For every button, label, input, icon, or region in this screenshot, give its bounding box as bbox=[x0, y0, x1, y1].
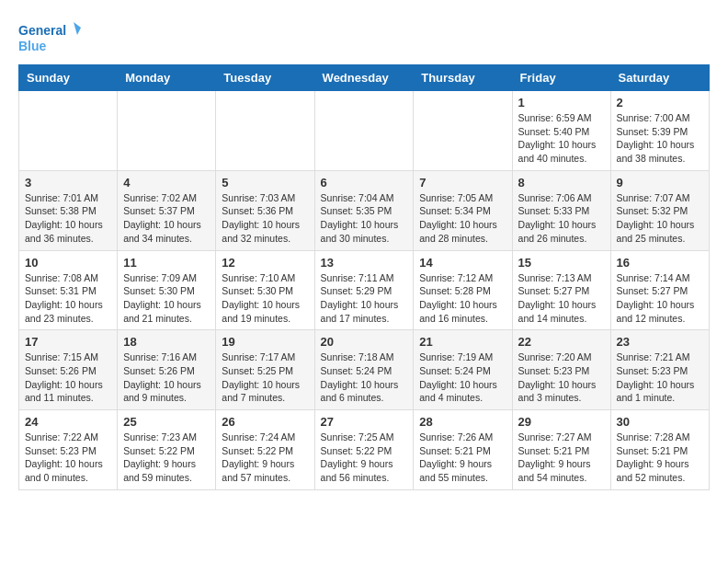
day-info: Sunrise: 7:27 AM Sunset: 5:21 PM Dayligh… bbox=[518, 431, 605, 485]
calendar-week-1: 1Sunrise: 6:59 AM Sunset: 5:40 PM Daylig… bbox=[19, 91, 710, 171]
day-number: 3 bbox=[25, 176, 111, 190]
day-number: 2 bbox=[617, 96, 703, 109]
day-number: 13 bbox=[321, 256, 408, 270]
calendar-week-3: 10Sunrise: 7:08 AM Sunset: 5:31 PM Dayli… bbox=[19, 250, 710, 330]
calendar-cell: 14Sunrise: 7:12 AM Sunset: 5:28 PM Dayli… bbox=[414, 250, 512, 330]
calendar-cell: 30Sunrise: 7:28 AM Sunset: 5:21 PM Dayli… bbox=[610, 410, 709, 490]
calendar-cell: 11Sunrise: 7:09 AM Sunset: 5:30 PM Dayli… bbox=[118, 250, 216, 330]
day-number: 17 bbox=[25, 335, 111, 349]
day-number: 24 bbox=[25, 415, 111, 429]
day-info: Sunrise: 7:04 AM Sunset: 5:35 PM Dayligh… bbox=[321, 191, 408, 246]
day-number: 27 bbox=[321, 415, 408, 429]
calendar-cell: 19Sunrise: 7:17 AM Sunset: 5:25 PM Dayli… bbox=[216, 330, 314, 410]
svg-text:General: General bbox=[18, 23, 66, 38]
day-number: 22 bbox=[518, 335, 605, 349]
day-number: 7 bbox=[419, 176, 506, 190]
day-number: 16 bbox=[617, 256, 703, 270]
weekday-header-friday: Friday bbox=[512, 65, 610, 91]
calendar-cell: 4Sunrise: 7:02 AM Sunset: 5:37 PM Daylig… bbox=[118, 170, 216, 250]
calendar-cell: 8Sunrise: 7:06 AM Sunset: 5:33 PM Daylig… bbox=[512, 170, 610, 250]
calendar-cell: 3Sunrise: 7:01 AM Sunset: 5:38 PM Daylig… bbox=[19, 170, 118, 250]
day-info: Sunrise: 7:11 AM Sunset: 5:29 PM Dayligh… bbox=[321, 271, 408, 326]
calendar-week-4: 17Sunrise: 7:15 AM Sunset: 5:26 PM Dayli… bbox=[19, 330, 710, 410]
day-info: Sunrise: 7:01 AM Sunset: 5:38 PM Dayligh… bbox=[25, 191, 111, 246]
calendar-cell: 21Sunrise: 7:19 AM Sunset: 5:24 PM Dayli… bbox=[414, 330, 512, 410]
svg-text:Blue: Blue bbox=[18, 39, 47, 53]
day-info: Sunrise: 7:02 AM Sunset: 5:37 PM Dayligh… bbox=[123, 191, 210, 246]
calendar-cell: 7Sunrise: 7:05 AM Sunset: 5:34 PM Daylig… bbox=[414, 170, 512, 250]
day-number: 12 bbox=[222, 256, 308, 270]
day-info: Sunrise: 7:20 AM Sunset: 5:23 PM Dayligh… bbox=[518, 350, 605, 405]
calendar-cell bbox=[118, 91, 216, 171]
logo: General Blue bbox=[18, 18, 83, 55]
svg-marker-3 bbox=[74, 22, 81, 35]
calendar-table: SundayMondayTuesdayWednesdayThursdayFrid… bbox=[18, 64, 710, 490]
calendar-cell: 26Sunrise: 7:24 AM Sunset: 5:22 PM Dayli… bbox=[216, 410, 314, 490]
day-number: 30 bbox=[617, 415, 703, 429]
calendar-cell: 18Sunrise: 7:16 AM Sunset: 5:26 PM Dayli… bbox=[118, 330, 216, 410]
calendar-cell: 12Sunrise: 7:10 AM Sunset: 5:30 PM Dayli… bbox=[216, 250, 314, 330]
day-info: Sunrise: 7:13 AM Sunset: 5:27 PM Dayligh… bbox=[518, 271, 605, 326]
day-info: Sunrise: 7:17 AM Sunset: 5:25 PM Dayligh… bbox=[222, 350, 308, 405]
day-number: 25 bbox=[123, 415, 210, 429]
day-number: 19 bbox=[222, 335, 308, 349]
calendar-cell: 27Sunrise: 7:25 AM Sunset: 5:22 PM Dayli… bbox=[314, 410, 414, 490]
day-info: Sunrise: 7:16 AM Sunset: 5:26 PM Dayligh… bbox=[123, 350, 210, 405]
day-info: Sunrise: 7:14 AM Sunset: 5:27 PM Dayligh… bbox=[617, 271, 703, 326]
day-info: Sunrise: 7:25 AM Sunset: 5:22 PM Dayligh… bbox=[321, 431, 408, 485]
day-info: Sunrise: 7:05 AM Sunset: 5:34 PM Dayligh… bbox=[419, 191, 506, 246]
day-info: Sunrise: 7:03 AM Sunset: 5:36 PM Dayligh… bbox=[222, 191, 308, 246]
day-info: Sunrise: 7:23 AM Sunset: 5:22 PM Dayligh… bbox=[123, 431, 210, 485]
calendar-cell: 16Sunrise: 7:14 AM Sunset: 5:27 PM Dayli… bbox=[610, 250, 709, 330]
weekday-header-saturday: Saturday bbox=[610, 65, 709, 91]
calendar-cell: 24Sunrise: 7:22 AM Sunset: 5:23 PM Dayli… bbox=[19, 410, 118, 490]
day-number: 23 bbox=[617, 335, 703, 349]
day-number: 28 bbox=[419, 415, 506, 429]
weekday-header-sunday: Sunday bbox=[19, 65, 118, 91]
calendar-cell: 1Sunrise: 6:59 AM Sunset: 5:40 PM Daylig… bbox=[512, 91, 610, 171]
day-number: 14 bbox=[419, 256, 506, 270]
calendar-cell: 25Sunrise: 7:23 AM Sunset: 5:22 PM Dayli… bbox=[118, 410, 216, 490]
day-info: Sunrise: 7:10 AM Sunset: 5:30 PM Dayligh… bbox=[222, 271, 308, 326]
day-info: Sunrise: 7:06 AM Sunset: 5:33 PM Dayligh… bbox=[518, 191, 605, 246]
calendar-cell bbox=[216, 91, 314, 171]
calendar-week-5: 24Sunrise: 7:22 AM Sunset: 5:23 PM Dayli… bbox=[19, 410, 710, 490]
calendar-cell: 23Sunrise: 7:21 AM Sunset: 5:23 PM Dayli… bbox=[610, 330, 709, 410]
day-number: 21 bbox=[419, 335, 506, 349]
calendar-cell: 13Sunrise: 7:11 AM Sunset: 5:29 PM Dayli… bbox=[314, 250, 414, 330]
page-header: General Blue bbox=[18, 18, 710, 55]
calendar-cell: 10Sunrise: 7:08 AM Sunset: 5:31 PM Dayli… bbox=[19, 250, 118, 330]
calendar-cell: 6Sunrise: 7:04 AM Sunset: 5:35 PM Daylig… bbox=[314, 170, 414, 250]
weekday-header-wednesday: Wednesday bbox=[314, 65, 414, 91]
day-number: 20 bbox=[321, 335, 408, 349]
calendar-cell: 5Sunrise: 7:03 AM Sunset: 5:36 PM Daylig… bbox=[216, 170, 314, 250]
weekday-header-monday: Monday bbox=[118, 65, 216, 91]
calendar-cell bbox=[19, 91, 118, 171]
day-number: 10 bbox=[25, 256, 111, 270]
day-number: 6 bbox=[321, 176, 408, 190]
day-info: Sunrise: 7:24 AM Sunset: 5:22 PM Dayligh… bbox=[222, 431, 308, 485]
day-info: Sunrise: 7:15 AM Sunset: 5:26 PM Dayligh… bbox=[25, 350, 111, 405]
day-number: 11 bbox=[123, 256, 210, 270]
calendar-cell: 9Sunrise: 7:07 AM Sunset: 5:32 PM Daylig… bbox=[610, 170, 709, 250]
day-info: Sunrise: 7:09 AM Sunset: 5:30 PM Dayligh… bbox=[123, 271, 210, 326]
day-number: 29 bbox=[518, 415, 605, 429]
weekday-header-thursday: Thursday bbox=[414, 65, 512, 91]
calendar-cell bbox=[314, 91, 414, 171]
calendar-cell: 2Sunrise: 7:00 AM Sunset: 5:39 PM Daylig… bbox=[610, 91, 709, 171]
day-number: 5 bbox=[222, 176, 308, 190]
calendar-header-row: SundayMondayTuesdayWednesdayThursdayFrid… bbox=[19, 65, 710, 91]
calendar-cell: 20Sunrise: 7:18 AM Sunset: 5:24 PM Dayli… bbox=[314, 330, 414, 410]
day-info: Sunrise: 7:26 AM Sunset: 5:21 PM Dayligh… bbox=[419, 431, 506, 485]
calendar-cell bbox=[414, 91, 512, 171]
calendar-cell: 17Sunrise: 7:15 AM Sunset: 5:26 PM Dayli… bbox=[19, 330, 118, 410]
day-number: 8 bbox=[518, 176, 605, 190]
day-info: Sunrise: 7:22 AM Sunset: 5:23 PM Dayligh… bbox=[25, 431, 111, 485]
day-info: Sunrise: 7:19 AM Sunset: 5:24 PM Dayligh… bbox=[419, 350, 506, 405]
day-number: 18 bbox=[123, 335, 210, 349]
day-number: 15 bbox=[518, 256, 605, 270]
day-info: Sunrise: 7:18 AM Sunset: 5:24 PM Dayligh… bbox=[321, 350, 408, 405]
calendar-week-2: 3Sunrise: 7:01 AM Sunset: 5:38 PM Daylig… bbox=[19, 170, 710, 250]
day-info: Sunrise: 7:21 AM Sunset: 5:23 PM Dayligh… bbox=[617, 350, 703, 405]
day-number: 1 bbox=[518, 96, 605, 109]
